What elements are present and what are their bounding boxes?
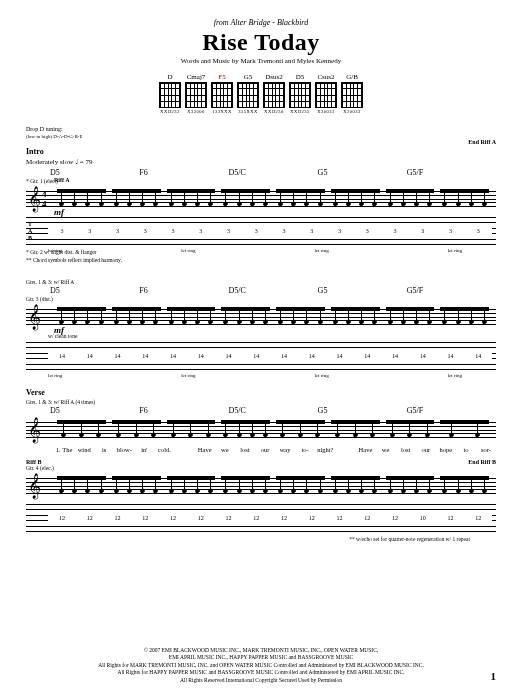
- tab-number: 14: [437, 353, 465, 359]
- tab-number: [92, 373, 136, 378]
- tab-number: 12: [381, 515, 409, 521]
- tab-number: 14: [104, 353, 132, 359]
- source-line: from Alter Bridge - Blackbird: [26, 18, 496, 27]
- tab-number: [92, 248, 136, 253]
- gtr3-label: Gtr. 3 (dist.): [26, 296, 496, 302]
- tab-number: 14: [215, 353, 243, 359]
- tab-number: [335, 446, 355, 453]
- tab-number: 14: [353, 353, 381, 359]
- tab-number: 12: [131, 515, 159, 521]
- tab-number: 3: [187, 228, 215, 234]
- riff-a-label: Riff A: [54, 177, 70, 183]
- footer-line: EMI APRIL MUSIC INC., HAPPY PAPPER MUSIC…: [26, 654, 496, 661]
- tab-number: 14: [187, 353, 215, 359]
- tab-number: lost: [396, 446, 416, 453]
- tab-number: 3: [381, 228, 409, 234]
- tab-number: 3: [159, 228, 187, 234]
- treble-clef-icon: 𝄞: [28, 416, 41, 444]
- chord-sym: G5/F: [407, 286, 496, 295]
- tab-number: [137, 248, 181, 253]
- tab-number: [175, 446, 195, 453]
- treble-clef-icon: 𝄞: [28, 185, 41, 213]
- tab-number: 3: [131, 228, 159, 234]
- chord-fingering: 133XXX: [212, 109, 232, 114]
- tab-number: Have: [195, 446, 215, 453]
- chord-sym: G5/F: [407, 168, 496, 177]
- sheet-header: from Alter Bridge - Blackbird Rise Today…: [26, 18, 496, 65]
- tab-number: to: [456, 446, 476, 453]
- tab-staff-2: 14141414141414141414141414141414 let rin…: [26, 340, 496, 372]
- tab-number: 14: [381, 353, 409, 359]
- chord-sym: G5: [318, 286, 407, 295]
- tab-number: 12: [76, 515, 104, 521]
- chord-diagram: F5 133XXX: [211, 73, 233, 114]
- chord-fingering: 355XXX: [238, 109, 258, 114]
- chord-name: Csus2: [317, 73, 334, 81]
- chord-fingering: X20033: [343, 109, 361, 114]
- chord-diagram: G/B X20033: [341, 73, 363, 114]
- tab-number: let ring: [48, 248, 92, 253]
- tab-staff-3: 12121212121212121212121212101212: [26, 502, 496, 534]
- tab-number: [270, 248, 314, 253]
- chord-sym: G5/F: [407, 406, 496, 415]
- tab-number: 14: [242, 353, 270, 359]
- tab-number: let ring: [448, 248, 492, 253]
- lyric-line-1: 1. Thewindisblow-in'cold.Havewelostourwa…: [26, 446, 496, 453]
- tab-number: 14: [326, 353, 354, 359]
- chord-fingering: XXO232: [160, 109, 180, 114]
- section-label-verse: Verse: [26, 388, 496, 397]
- chord-diagram-row: D XXO232 Cmaj7 X32000 F5 133XXX G5 355XX…: [26, 73, 496, 114]
- chord-sym: G5: [318, 168, 407, 177]
- section-label-intro: Intro: [26, 147, 496, 156]
- gtr-riff-label-2: Gtrs. 1 & 3: w/ Riff A: [26, 279, 496, 285]
- tab-number: way: [275, 446, 295, 453]
- tab-number: 12: [187, 515, 215, 521]
- tab-number: 14: [76, 353, 104, 359]
- tab-number: 12: [48, 515, 76, 521]
- tab-number: 3: [48, 228, 76, 234]
- tab-number: 3: [464, 228, 492, 234]
- tab-number: 12: [464, 515, 492, 521]
- tuning-detail: (low to high) D-A-D-G-B-E: [26, 134, 496, 139]
- chord-fingering: X30033: [317, 109, 335, 114]
- footer-line: All Rights Reserved International Copyri…: [26, 677, 496, 684]
- tab-number: we: [215, 446, 235, 453]
- tab-number: 12: [215, 515, 243, 521]
- end-riff-b: End Riff B: [468, 459, 496, 465]
- tempo-marking: Moderately slow ♩ = 79: [26, 158, 496, 166]
- chord-sym: F6: [139, 286, 228, 295]
- chord-name: D: [167, 73, 172, 81]
- tab-number: [403, 248, 447, 253]
- chord-sym: D5/C: [228, 286, 317, 295]
- tab-number: [359, 248, 403, 253]
- system-verse: Verse Gtrs. 1 & 3: w/ Riff A (4 times) D…: [26, 388, 496, 534]
- tab-number: our: [255, 446, 275, 453]
- tab-number: 3: [326, 228, 354, 234]
- chord-fingering: XXO235: [290, 109, 310, 114]
- chord-grid-icon: [159, 82, 181, 108]
- chord-name: G/B: [346, 73, 358, 81]
- tab-number: [226, 248, 270, 253]
- tab-number: wind: [74, 446, 94, 453]
- tab-number: 12: [270, 515, 298, 521]
- tab-number: let ring: [314, 373, 358, 378]
- tab-number: Have: [355, 446, 375, 453]
- system-intro-1: Intro Moderately slow ♩ = 79 D5 F6 D5/C …: [26, 147, 496, 263]
- chord-sym: G5: [318, 406, 407, 415]
- tab-number: 3: [104, 228, 132, 234]
- tab-number: let ring: [181, 248, 225, 253]
- tab-number: sor-: [476, 446, 496, 453]
- gtr-riff-label-verse: Gtrs. 1 & 3: w/ Riff A (4 times): [26, 399, 496, 405]
- tuning-label: Drop D tuning:: [26, 126, 496, 132]
- tab-number: 12: [159, 515, 187, 521]
- footer-line: All Rights for MARK TREMONTI MUSIC, INC.…: [26, 662, 496, 669]
- system-intro-2: Gtrs. 1 & 3: w/ Riff A D5 F6 D5/C G5 G5/…: [26, 279, 496, 372]
- treble-clef-icon: 𝄞: [28, 303, 41, 331]
- chord-diagram: Dsus2 XXO230: [263, 73, 285, 114]
- chord-row-3: D5 F6 D5/C G5 G5/F: [26, 406, 496, 415]
- chord-name: F5: [218, 73, 225, 81]
- tab-number: 1. The: [54, 446, 74, 453]
- chord-name: G5: [244, 73, 253, 81]
- tab-number: 14: [409, 353, 437, 359]
- album-name: Blackbird: [277, 18, 308, 27]
